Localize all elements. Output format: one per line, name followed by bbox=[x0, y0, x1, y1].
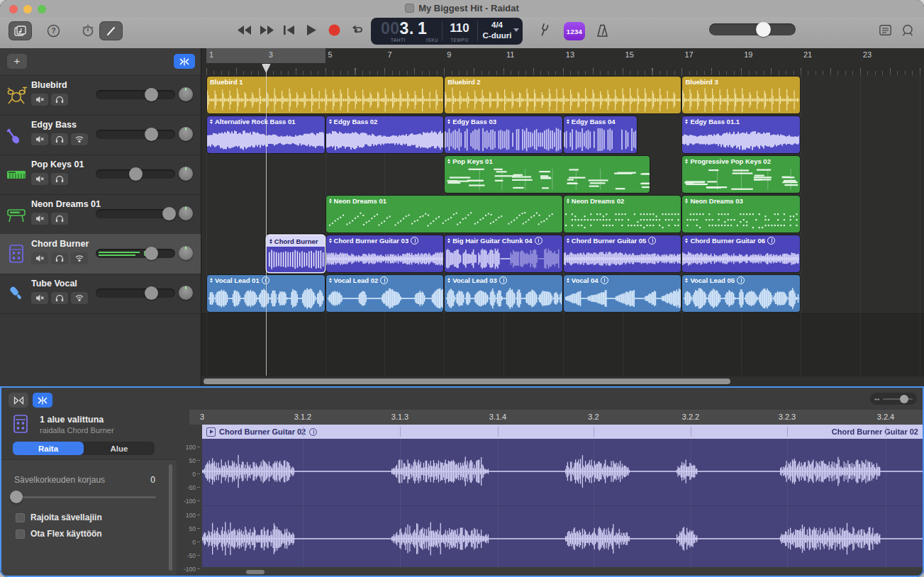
metronome-button[interactable] bbox=[594, 23, 610, 38]
checkbox-rajoita-s-vellajiin[interactable] bbox=[16, 513, 25, 522]
region-vocal-lead-03[interactable]: Vocal Lead 03 bbox=[445, 275, 562, 312]
mute-button[interactable] bbox=[31, 213, 48, 225]
region-edgy-bass-01-1[interactable]: Edgy Bass 01.1 bbox=[682, 116, 800, 153]
track-volume-knob[interactable] bbox=[145, 286, 158, 300]
arrange-horizontal-scrollbar[interactable] bbox=[201, 376, 924, 386]
track-volume-slider[interactable] bbox=[96, 169, 175, 179]
record-button[interactable] bbox=[328, 23, 340, 36]
track-header-neon-dreams-01[interactable]: Neon Dreams 01 bbox=[0, 194, 201, 235]
cycle-region[interactable] bbox=[206, 48, 325, 63]
region-vocal-lead-05[interactable]: Vocal Lead 05 bbox=[682, 275, 800, 312]
editor-waveform[interactable] bbox=[202, 439, 924, 567]
pan-knob[interactable] bbox=[179, 87, 193, 101]
track-header-tube-vocal[interactable]: Tube Vocal bbox=[0, 274, 201, 314]
editor-zoom-slider[interactable]: ↔ bbox=[870, 393, 917, 405]
flex-button[interactable] bbox=[9, 393, 28, 408]
solo-button[interactable] bbox=[51, 213, 68, 225]
help-button[interactable]: ? bbox=[45, 23, 61, 38]
lcd-time-signature[interactable]: 4/4 bbox=[477, 21, 517, 29]
region-big-hair-guitar-chunk-04[interactable]: Big Hair Guitar Chunk 04 bbox=[445, 235, 562, 272]
pan-knob[interactable] bbox=[179, 206, 193, 220]
cycle-button[interactable] bbox=[350, 24, 364, 35]
lcd-key[interactable]: C-duuri bbox=[477, 31, 517, 40]
track-volume-slider[interactable] bbox=[96, 288, 175, 298]
pan-knob[interactable] bbox=[179, 246, 193, 260]
track-volume-slider[interactable] bbox=[96, 90, 175, 99]
mute-button[interactable] bbox=[31, 252, 48, 264]
monitor-button[interactable] bbox=[71, 133, 88, 145]
rewind-button[interactable] bbox=[237, 24, 251, 35]
editor-horizontal-scrollbar[interactable] bbox=[202, 567, 923, 577]
region-edgy-bass-03[interactable]: Edgy Bass 03 bbox=[445, 116, 562, 153]
lcd-display[interactable]: 003. 1 TAHTI ISKU 110 TEMPO 4/4 C-duuri bbox=[371, 18, 523, 45]
arrange-scroll-thumb[interactable] bbox=[204, 379, 730, 384]
track-volume-slider[interactable] bbox=[96, 130, 175, 139]
region-play-icon[interactable] bbox=[206, 427, 216, 437]
pitch-correction-knob[interactable] bbox=[10, 491, 23, 503]
mute-button[interactable] bbox=[31, 292, 48, 304]
region-chord-burner-guitar-03[interactable]: Chord Burner Guitar 03 bbox=[326, 235, 444, 272]
region-vocal-04[interactable]: Vocal 04 bbox=[564, 275, 681, 312]
loop-browser-button[interactable] bbox=[901, 23, 915, 36]
pan-knob[interactable] bbox=[179, 286, 193, 300]
track-volume-knob[interactable] bbox=[145, 88, 158, 101]
track-header-bluebird[interactable]: Bluebird bbox=[0, 75, 201, 116]
solo-button[interactable] bbox=[51, 94, 68, 106]
play-button[interactable] bbox=[306, 23, 317, 36]
region-chord-burner-guitar-06[interactable]: Chord Burner Guitar 06 bbox=[682, 235, 800, 272]
region-chord-burner[interactable]: Chord Burner bbox=[267, 235, 325, 272]
region-vocal-lead-02[interactable]: Vocal Lead 02 bbox=[326, 275, 444, 312]
monitor-button[interactable] bbox=[71, 252, 88, 264]
pan-knob[interactable] bbox=[179, 127, 193, 141]
solo-button[interactable] bbox=[51, 252, 68, 264]
track-volume-knob[interactable] bbox=[162, 207, 176, 220]
track-volume-slider[interactable] bbox=[96, 209, 175, 218]
region-chord-burner-guitar-05[interactable]: Chord Burner Guitar 05 bbox=[564, 235, 681, 272]
region-neon-dreams-03[interactable]: Neon Dreams 03 bbox=[682, 196, 800, 233]
mute-button[interactable] bbox=[31, 133, 48, 145]
master-volume-slider[interactable] bbox=[709, 23, 796, 35]
track-header-chord-burner[interactable]: Chord Burner bbox=[0, 234, 201, 274]
note-pad-button[interactable] bbox=[878, 23, 892, 36]
inspector-scrollbar[interactable] bbox=[169, 464, 172, 571]
lcd-tempo[interactable]: 110 bbox=[442, 21, 477, 35]
pitch-correction-slider[interactable] bbox=[14, 496, 156, 498]
mute-button[interactable] bbox=[31, 94, 48, 106]
library-button[interactable] bbox=[9, 21, 32, 40]
tuner-icon[interactable] bbox=[80, 23, 96, 38]
region-progressive-pop-keys-02[interactable]: Progressive Pop Keys 02 bbox=[682, 156, 800, 193]
track-header-pop-keys-01[interactable]: Pop Keys 01 bbox=[0, 155, 201, 195]
editor-tab-raita[interactable]: Raita bbox=[13, 442, 84, 455]
monitor-button[interactable] bbox=[71, 292, 88, 304]
region-pop-keys-01[interactable]: Pop Keys 01 bbox=[445, 156, 650, 193]
mute-button[interactable] bbox=[31, 173, 48, 185]
region-neon-dreams-01[interactable]: Neon Dreams 01 bbox=[326, 196, 562, 233]
checkbox-ota-flex-k-ytt-n[interactable] bbox=[16, 530, 25, 539]
solo-button[interactable] bbox=[51, 173, 68, 185]
solo-button[interactable] bbox=[51, 133, 68, 145]
region-bluebird-1[interactable]: Bluebird 1 bbox=[207, 77, 443, 113]
fast-forward-button[interactable] bbox=[260, 24, 274, 35]
pan-knob[interactable] bbox=[179, 167, 193, 181]
track-volume-knob[interactable] bbox=[145, 247, 158, 260]
region-edgy-bass-04[interactable]: Edgy Bass 04 bbox=[564, 116, 637, 153]
track-header-edgy-bass[interactable]: Edgy Bass bbox=[0, 115, 201, 155]
track-volume-knob[interactable] bbox=[145, 128, 158, 141]
tuning-fork-icon[interactable] bbox=[537, 23, 551, 38]
region-edgy-bass-02[interactable]: Edgy Bass 02 bbox=[326, 116, 444, 153]
editor-scroll-thumb[interactable] bbox=[246, 570, 265, 574]
solo-button[interactable] bbox=[51, 292, 68, 304]
add-track-button[interactable]: + bbox=[7, 54, 27, 69]
region-bluebird-3[interactable]: Bluebird 3 bbox=[682, 77, 800, 113]
master-volume-knob[interactable] bbox=[756, 22, 771, 37]
track-volume-slider[interactable] bbox=[96, 249, 175, 258]
quick-help-pencil-button[interactable] bbox=[99, 21, 123, 40]
chevron-down-icon[interactable] bbox=[513, 28, 519, 32]
track-volume-knob[interactable] bbox=[129, 167, 143, 181]
go-to-beginning-button[interactable] bbox=[283, 24, 294, 35]
editor-region-titlebar[interactable]: Chord Burner Guitar 02 Chord Burner Guit… bbox=[202, 425, 923, 439]
region-bluebird-2[interactable]: Bluebird 2 bbox=[445, 77, 681, 113]
editor-catch-playhead-button[interactable] bbox=[33, 393, 52, 408]
editor-tab-alue[interactable]: Alue bbox=[84, 442, 155, 455]
region-neon-dreams-02[interactable]: Neon Dreams 02 bbox=[564, 196, 681, 233]
